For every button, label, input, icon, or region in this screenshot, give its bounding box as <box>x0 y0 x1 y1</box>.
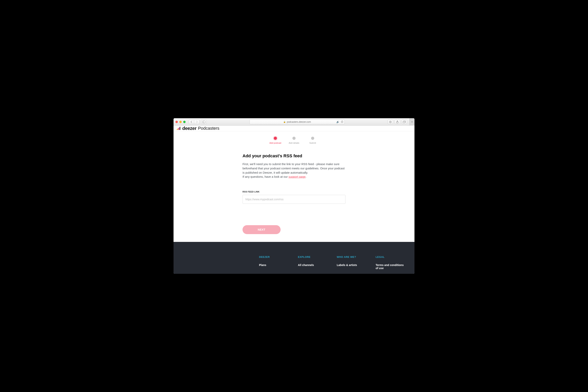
step-submit: Submit <box>303 137 322 144</box>
intro-paragraph: First, we'll need you to submit the link… <box>243 162 345 179</box>
product-name: Podcasters <box>198 126 219 131</box>
footer-col-legal: LEGAL Terms and conditions of use <box>376 256 407 272</box>
support-page-link[interactable]: support page <box>289 175 306 178</box>
footer-heading: LEGAL <box>376 256 407 258</box>
intro-text-1: First, we'll need you to submit the link… <box>243 162 344 174</box>
back-button[interactable] <box>189 120 194 124</box>
footer-link[interactable]: Plans <box>259 264 290 266</box>
step-dot-icon <box>274 137 277 140</box>
page-heading: Add your podcast's RSS feed <box>243 154 345 158</box>
close-window-button[interactable] <box>175 121 178 123</box>
site-header: deezer Podcasters <box>174 126 414 131</box>
footer-heading: EXPLORE <box>298 256 329 258</box>
footer-heading: WHO ARE WE? <box>337 256 368 258</box>
footer-col-who: WHO ARE WE? Labels & artists <box>337 256 368 272</box>
step-label: Add podcast <box>269 142 281 144</box>
footer-link[interactable]: Labels & artists <box>337 264 368 266</box>
sidebar-toggle-button[interactable] <box>201 120 207 124</box>
intro-text-2-suffix: . <box>305 175 306 178</box>
brand-name: deezer <box>182 126 196 131</box>
rss-field-label: RSS FEED LINK <box>243 190 345 193</box>
window-controls <box>175 121 186 123</box>
footer-link[interactable]: All channels <box>298 264 329 266</box>
share-button[interactable] <box>395 120 400 124</box>
footer-link[interactable]: Terms and conditions of use <box>376 264 407 270</box>
nav-back-forward <box>189 120 200 124</box>
site-footer: DEEZER Plans EXPLORE All channels WHO AR… <box>174 242 414 274</box>
browser-titlebar: 🔒 podcasters.deezer.com 🔊 + <box>174 118 414 126</box>
next-button[interactable]: NEXT <box>243 225 281 234</box>
forward-button[interactable] <box>194 120 200 124</box>
step-dot-icon <box>293 137 295 140</box>
rss-feed-input[interactable] <box>243 195 345 204</box>
browser-window: 🔒 podcasters.deezer.com 🔊 + <box>174 118 414 274</box>
step-add-podcast: Add podcast <box>266 137 285 144</box>
url-text: podcasters.deezer.com <box>287 120 311 123</box>
progress-stepper: Add podcast Add details Submit <box>266 137 322 144</box>
lock-icon: 🔒 <box>283 121 286 123</box>
footer-heading: DEEZER <box>259 256 290 258</box>
downloads-button[interactable] <box>388 120 393 124</box>
svg-rect-0 <box>203 121 205 123</box>
new-tab-button[interactable]: + <box>409 118 414 126</box>
page-content: deezer Podcasters Add podcast Add detail… <box>174 126 414 274</box>
reload-button[interactable] <box>341 120 343 123</box>
step-label: Add details <box>289 142 299 144</box>
step-dot-icon <box>311 137 314 140</box>
footer-col-explore: EXPLORE All channels <box>298 256 329 272</box>
svg-rect-5 <box>403 121 405 123</box>
main-content: Add your podcast's RSS feed First, we'll… <box>242 154 346 242</box>
address-bar[interactable]: 🔒 podcasters.deezer.com 🔊 <box>250 120 345 124</box>
step-label: Submit <box>309 142 316 144</box>
intro-text-2-prefix: If any questions, have a look at our <box>243 175 289 178</box>
tabs-button[interactable] <box>402 120 407 124</box>
audio-icon[interactable]: 🔊 <box>336 120 339 123</box>
footer-col-deezer: DEEZER Plans <box>259 256 290 272</box>
minimize-window-button[interactable] <box>179 121 182 123</box>
step-add-details: Add details <box>285 137 303 144</box>
fullscreen-window-button[interactable] <box>183 121 186 123</box>
deezer-logo-icon <box>177 127 180 130</box>
